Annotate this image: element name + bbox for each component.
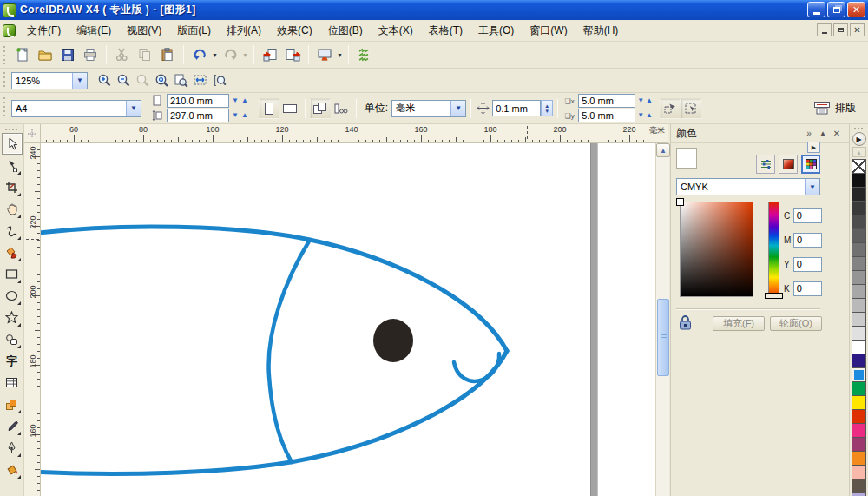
docker-collapse-icon[interactable]: ▲ [816, 127, 830, 141]
palette-swatch[interactable] [852, 312, 866, 327]
zoom-to-page-button[interactable] [171, 71, 190, 90]
redo-button[interactable] [219, 43, 241, 66]
docker-chevrons-icon[interactable]: » [802, 127, 816, 141]
toolbar-grip[interactable] [2, 46, 8, 64]
zoom-in-button[interactable] [95, 71, 114, 90]
toolbar-grip[interactable] [2, 72, 8, 89]
palette-swatch-selected[interactable] [852, 367, 866, 382]
palette-swatch[interactable] [852, 201, 866, 215]
menu-window[interactable]: 窗口(W) [522, 21, 575, 41]
palette-swatch[interactable] [852, 173, 866, 188]
combo-dropdown-icon[interactable]: ▼ [72, 73, 87, 89]
palette-swatch[interactable] [852, 256, 866, 271]
treat-as-filled-button[interactable] [681, 98, 701, 119]
color-picker-square[interactable] [680, 202, 753, 297]
palette-swatch[interactable] [852, 409, 866, 424]
units-combo[interactable]: 毫米 ▼ [391, 100, 466, 117]
tool-shape-button[interactable] [2, 155, 23, 176]
macro-options-button[interactable] [353, 43, 376, 66]
paper-preset-combo[interactable]: A4 ▼ [11, 100, 141, 117]
zoom-to-page-height-button[interactable] [209, 71, 228, 90]
all-pages-button[interactable] [310, 98, 331, 119]
new-document-button[interactable] [11, 43, 34, 66]
tool-hand-button[interactable] [2, 198, 23, 220]
spin-down-icon[interactable]: ▼ [232, 112, 239, 119]
duplicate-x-field[interactable]: 5.0 mm [578, 94, 635, 108]
tool-table-button[interactable] [2, 372, 23, 393]
menu-view[interactable]: 视图(V) [119, 21, 169, 41]
combo-dropdown-icon[interactable]: ▼ [450, 101, 465, 116]
palette-grip[interactable] [854, 126, 864, 130]
doc-close-button[interactable]: ✕ [850, 23, 865, 36]
open-button[interactable] [34, 43, 56, 66]
tool-text-button[interactable]: 字 [2, 350, 23, 372]
palette-swatch[interactable] [852, 381, 866, 396]
spin-down-icon[interactable]: ▼ [637, 97, 644, 104]
zoom-to-all-objects-button[interactable] [152, 71, 171, 90]
portrait-orientation-button[interactable] [259, 98, 279, 119]
tool-outline-pen-button[interactable] [2, 437, 23, 459]
close-button[interactable]: ✕ [847, 2, 865, 17]
duplicate-y-field[interactable]: 5.0 mm [578, 109, 635, 122]
doc-restore-button[interactable] [833, 23, 848, 36]
copy-button[interactable] [134, 43, 156, 66]
color-model-combo[interactable]: CMYK ▼ [676, 178, 820, 195]
menu-table[interactable]: 表格(T) [421, 21, 470, 41]
paper-height-field[interactable]: 297.0 mm [167, 109, 229, 122]
palette-swatch[interactable] [852, 284, 866, 299]
toolbar-grip[interactable] [2, 97, 8, 119]
menu-edit[interactable]: 编辑(E) [69, 21, 119, 41]
lock-button[interactable] [678, 314, 693, 334]
palette-swatch[interactable] [852, 465, 866, 479]
zoom-out-button[interactable] [114, 71, 133, 90]
outline-button[interactable]: 轮廓(O) [770, 316, 822, 331]
palette-swatch[interactable] [852, 423, 866, 438]
color-picker-marker[interactable] [676, 198, 684, 206]
palette-swatch[interactable] [852, 228, 866, 243]
palette-swatch[interactable] [852, 270, 866, 285]
zoom-to-page-width-button[interactable] [190, 71, 209, 90]
menu-effects[interactable]: 效果(C) [269, 21, 320, 41]
palette-swatch[interactable] [852, 242, 866, 257]
spin-down-icon[interactable]: ▼ [637, 112, 644, 119]
scroll-up-button[interactable]: ▲ [656, 143, 670, 157]
channel-y-field[interactable]: 0 [793, 257, 822, 272]
document-icon[interactable] [3, 24, 16, 37]
menu-tools[interactable]: 工具(O) [470, 21, 522, 41]
channel-k-field[interactable]: 0 [793, 281, 822, 296]
ruler-origin-button[interactable] [24, 124, 41, 143]
hue-slider-handle[interactable] [765, 293, 783, 299]
spin-down-icon[interactable]: ▼ [232, 97, 239, 104]
fish-gill-curve[interactable] [269, 240, 310, 462]
palette-swatch[interactable] [852, 395, 866, 410]
tool-pick-button[interactable] [2, 133, 23, 155]
undo-button[interactable] [188, 43, 211, 66]
paper-width-field[interactable]: 210.0 mm [167, 94, 229, 108]
color-palette-button[interactable] [801, 155, 820, 174]
landscape-orientation-button[interactable] [279, 98, 300, 119]
export-button[interactable] [281, 43, 304, 66]
horizontal-ruler[interactable]: 毫米 6080100120140160180200220 [41, 124, 668, 143]
tool-fill-button[interactable] [2, 459, 23, 480]
nudge-offset-field[interactable]: 0.1 mm [492, 100, 541, 116]
spin-up-icon[interactable]: ▲ [241, 97, 248, 104]
color-viewer-button[interactable] [779, 155, 798, 174]
menu-layout[interactable]: 版面(L) [169, 21, 219, 41]
tool-smart-fill-button[interactable] [2, 241, 23, 263]
palette-flyout-button[interactable]: ▶ [852, 132, 866, 146]
zoom-level-combo[interactable]: 125% ▼ [11, 72, 88, 89]
tool-freehand-button[interactable] [2, 220, 23, 241]
tool-polygon-button[interactable] [2, 307, 23, 328]
palette-swatch[interactable] [852, 215, 866, 229]
undo-dropdown-arrow[interactable]: ▼ [211, 45, 219, 64]
palette-scroll-up-button[interactable]: ▲ [852, 147, 866, 157]
vertical-scrollbar[interactable]: ▲ [655, 143, 669, 496]
minimize-button[interactable] [807, 2, 825, 17]
no-color-swatch[interactable] [852, 159, 866, 174]
palette-swatch[interactable] [852, 187, 866, 202]
launcher-dropdown-arrow[interactable]: ▼ [336, 45, 344, 64]
combo-dropdown-icon[interactable]: ▼ [126, 101, 141, 116]
palette-swatch[interactable] [852, 493, 866, 496]
vertical-ruler[interactable]: 240220200180160 [24, 143, 41, 496]
layout-toolbar-button[interactable]: 排版 [808, 99, 861, 117]
